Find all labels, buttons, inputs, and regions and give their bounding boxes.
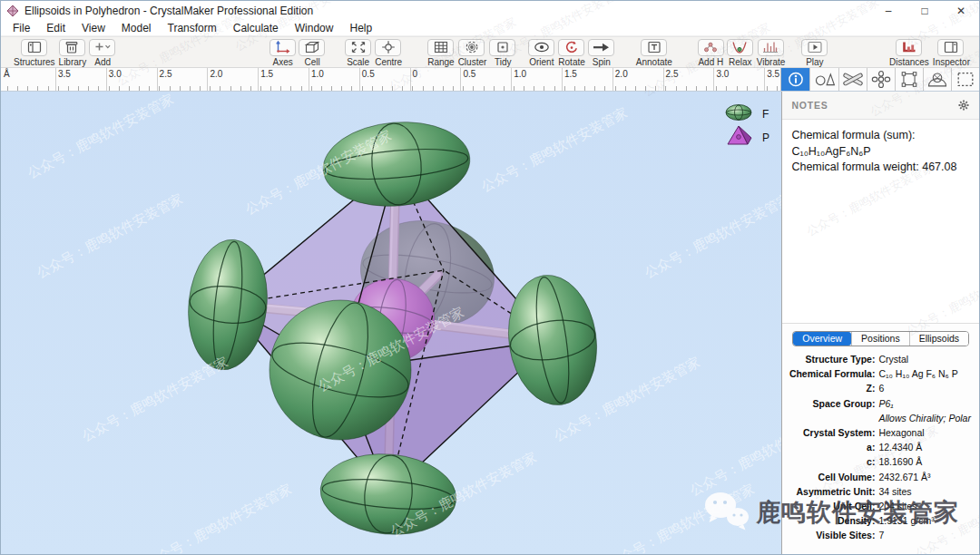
field-value: Crystal <box>878 354 974 365</box>
toolbar-button-play[interactable]: Play <box>799 38 829 67</box>
ruler-label: 1.0 <box>311 69 324 79</box>
field-value: P6₁ <box>878 398 974 410</box>
toolbar-button-add[interactable]: Add <box>88 38 117 67</box>
toolbar-button-cell[interactable]: Cell <box>298 38 327 67</box>
toolbar-button-structures[interactable]: Structures <box>12 38 57 67</box>
toolbar-button-axes[interactable]: Axes <box>268 38 298 67</box>
toolbar-button-scale[interactable]: Scale <box>343 38 373 67</box>
atom-fluorine-top[interactable] <box>319 116 473 212</box>
field-row: Density:1.9131 g/cm³ <box>782 515 974 527</box>
field-value: 12.4340 Å <box>878 442 974 453</box>
toolbar-button-orient[interactable]: Orient <box>526 38 556 67</box>
field-row: Allows Chirality; Polar <box>782 413 974 424</box>
vibrate-icon <box>758 39 784 56</box>
panel-tool-render-icon[interactable] <box>923 68 951 91</box>
menu-item-file[interactable]: File <box>5 21 38 36</box>
legend-item-f[interactable]: F <box>723 102 769 126</box>
field-value: 18.1690 Å <box>878 456 974 468</box>
toolbar-button-library[interactable]: Library <box>57 38 89 67</box>
field-value: 2432.671 Å³ <box>878 472 974 483</box>
field-row: Unit Cell:204 sites <box>782 501 974 512</box>
toolbar-button-label: Add H <box>698 57 723 67</box>
toolbar-button-label: Tidy <box>495 57 512 67</box>
toolbar-button-label: Annotate <box>636 57 672 67</box>
panel-tool-info-icon[interactable] <box>781 68 809 91</box>
field-label: Asymmetric Unit: <box>782 486 878 498</box>
field-value: Allows Chirality; Polar <box>878 413 974 424</box>
toolbar-button-spin[interactable]: Spin <box>587 38 616 67</box>
field-value: 204 sites <box>878 501 974 512</box>
menu-item-help[interactable]: Help <box>341 21 380 36</box>
menu-item-window[interactable]: Window <box>287 21 342 36</box>
axes-icon <box>270 39 296 56</box>
toolbar-button-add-h[interactable]: Add H <box>696 38 726 67</box>
toolbar-button-label: Cluster <box>458 57 487 67</box>
panel-tool-marquee-icon[interactable] <box>951 68 979 91</box>
toolbar-button-distances[interactable]: Distances <box>887 38 931 67</box>
app-icon <box>6 5 19 17</box>
panel-tool-symmetry-icon[interactable] <box>867 68 895 91</box>
field-row: a:12.4340 Å <box>782 442 974 453</box>
field-label: Visible Sites: <box>782 530 878 541</box>
title-bar: Ellipsoids in Polyhedron - CrystalMaker … <box>1 1 979 21</box>
menu-item-calculate[interactable]: Calculate <box>225 21 287 36</box>
menu-item-edit[interactable]: Edit <box>38 21 74 36</box>
ruler-label: 3.5 <box>767 69 779 79</box>
menu-item-view[interactable]: View <box>74 21 113 36</box>
add-icon <box>89 39 115 56</box>
tab-positions[interactable]: Positions <box>851 332 909 346</box>
field-row: Crystal System:Hexagonal <box>782 427 974 439</box>
toolbar-button-vibrate[interactable]: Vibrate <box>755 38 788 67</box>
toolbar-button-inspector[interactable]: Inspector <box>931 38 972 67</box>
ruler-row: Å 3.53.02.52.01.51.00.500.51.01.52.02.53… <box>1 68 979 92</box>
toolbar-button-tidy[interactable]: Tidy <box>488 38 517 67</box>
toolbar-button-cluster[interactable]: Cluster <box>456 38 489 67</box>
notes-content[interactable]: Chemical formula (sum):C₁₀H₁₀AgF₆N₆PChem… <box>782 120 979 324</box>
field-label: Chemical Formula: <box>782 368 878 380</box>
field-value: Hexagonal <box>878 427 974 439</box>
crystal-structure-scene[interactable] <box>1 92 781 555</box>
toolbar-button-rotate[interactable]: Rotate <box>556 38 586 67</box>
orient-icon <box>528 39 554 56</box>
menu-item-transform[interactable]: Transform <box>160 21 225 36</box>
atom-fluorine-right[interactable] <box>500 269 604 411</box>
notes-line: Chemical formula (sum): <box>791 128 970 144</box>
field-label: Unit Cell: <box>782 501 878 512</box>
inspector-icon <box>937 39 964 56</box>
maximize-button[interactable]: □ <box>906 1 943 21</box>
menu-item-model[interactable]: Model <box>113 21 160 36</box>
panel-tool-shapes-icon[interactable] <box>809 68 838 91</box>
close-button[interactable]: ✕ <box>943 1 979 21</box>
field-row: Chemical Formula:C₁₀ H₁₀ Ag F₆ N₆ P <box>782 368 974 380</box>
legend-item-p[interactable]: P <box>723 126 769 150</box>
atom-fluorine-bottom[interactable] <box>317 449 459 540</box>
panel-tool-lattice-icon[interactable] <box>895 68 923 91</box>
field-label: c: <box>782 456 878 468</box>
field-row: c:18.1690 Å <box>782 456 974 468</box>
notes-title: NOTES <box>791 100 828 111</box>
play-icon <box>801 39 828 56</box>
structure-viewport[interactable]: 公众号：鹿鸣软件安装管家公众号：鹿鸣软件安装管家公众号：鹿鸣软件安装管家公众号：… <box>1 92 781 555</box>
field-row: Structure Type:Crystal <box>782 354 974 365</box>
menu-bar: FileEditViewModelTransformCalculateWindo… <box>1 21 979 36</box>
ruler-label: 2.5 <box>160 69 172 79</box>
tidy-icon <box>489 39 515 56</box>
element-legend: FP <box>723 102 769 150</box>
toolbar-button-relax[interactable]: Relax <box>726 38 755 67</box>
toolbar-button-label: Scale <box>347 57 369 67</box>
notes-line: Chemical formula weight: 467.08 <box>791 160 970 176</box>
panel-tool-tools-icon[interactable] <box>838 68 867 91</box>
field-label: Space Group: <box>782 398 878 410</box>
distances-icon <box>896 39 922 56</box>
tab-ellipsoids[interactable]: Ellipsoids <box>909 332 968 346</box>
toolbar-button-label: Library <box>59 57 87 67</box>
gear-icon[interactable] <box>957 99 970 112</box>
toolbar-button-centre[interactable]: Centre <box>373 38 404 67</box>
tab-overview[interactable]: Overview <box>793 332 851 346</box>
minimize-button[interactable]: – <box>870 1 906 21</box>
field-label: Structure Type: <box>782 354 878 365</box>
panel-tool-strip <box>781 68 979 91</box>
atom-fluorine-left[interactable] <box>182 236 274 374</box>
toolbar-button-range[interactable]: Range <box>426 38 456 67</box>
toolbar-button-annotate[interactable]: Annotate <box>634 38 674 67</box>
